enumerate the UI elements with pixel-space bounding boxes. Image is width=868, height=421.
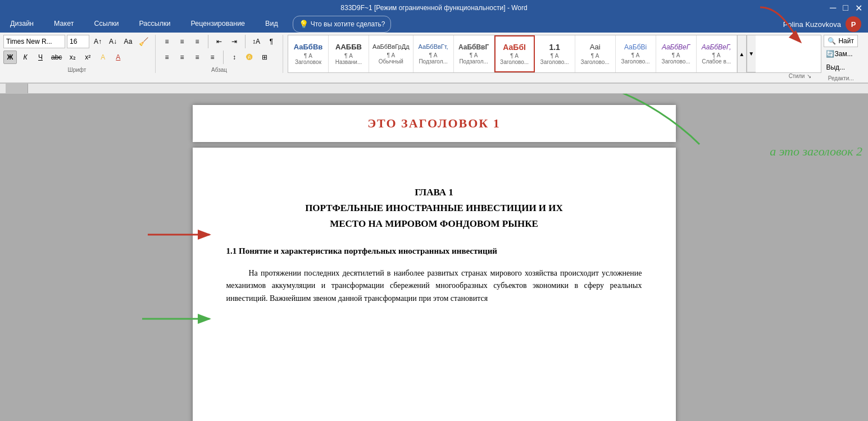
align-center-btn[interactable]: ≡ [175, 51, 189, 64]
heading2-annotation: а это заголовок 2 [770, 144, 862, 159]
font-group: A↑ A↓ Аа 🧹 Ж К Ч abc x₂ x² A A Шрифт [3, 35, 156, 73]
para-row1: ≡ ≡ ≡ ⇤ ⇥ ↕A ¶ [160, 35, 278, 48]
clear-format-btn[interactable]: 🧹 [137, 35, 151, 48]
ribbon: A↑ A↓ Аа 🧹 Ж К Ч abc x₂ x² A A Шрифт ≡ ≡ [0, 33, 868, 84]
shading-btn[interactable]: 🅐 [243, 51, 256, 64]
main-page[interactable]: ГЛАВА 1 ПОРТФЕЛЬНЫЕ ИНОСТРАННЫЕ ИНВЕСТИЦ… [193, 148, 676, 421]
styles-label: Стили [789, 73, 805, 79]
tab-maket[interactable]: Макет [44, 16, 84, 33]
font-row2: Ж К Ч abc x₂ x² A A [3, 51, 125, 64]
subscript-btn[interactable]: x₂ [66, 51, 79, 64]
red-arrow-container [142, 223, 215, 246]
style-aai[interactable]: Ааі ¶ А Заголово... [575, 35, 616, 72]
styles-section: АаБбВв ¶ А Заголовок ААББВ ¶ А Названи..… [288, 35, 821, 79]
edit-row2: 🔄 Зам... [824, 47, 855, 61]
change-case-btn[interactable]: Аа [121, 35, 135, 48]
font-size[interactable] [67, 35, 89, 48]
tab-dizain[interactable]: Дизайн [0, 16, 44, 33]
styles-label-row: Стили ↘ [288, 73, 821, 79]
sep3 [223, 51, 224, 64]
grow-font-btn[interactable]: A↑ [91, 35, 104, 48]
bullets-btn[interactable]: ≡ [160, 35, 174, 48]
style-nazvanie[interactable]: ААББВ ¶ А Названи... [329, 35, 369, 72]
ribbon-content: A↑ A↓ Аа 🧹 Ж К Ч abc x₂ x² A A Шрифт ≡ ≡ [0, 33, 868, 81]
numbering-btn[interactable]: ≡ [175, 35, 189, 48]
styles-expand-icon[interactable]: ↘ [807, 73, 811, 79]
ruler: -3 -2 -1 1 2 3 4 5 6 7 8 9 10 11 12 13 1… [0, 84, 868, 94]
style-slaboe[interactable]: АаБбВеГ, ¶ А Слабое в... [697, 35, 737, 72]
title-text: 833D9F~1 [Режим ограниченной функциональ… [340, 4, 527, 12]
body-text: На протяжении последних десятилетий в на… [226, 267, 642, 305]
strikethrough-btn[interactable]: abc [49, 51, 64, 64]
doc-scroll: ЭТО ЗАГОЛОВОК 1 ГЛАВА 1 ПОРТФЕЛЬНЫЕ ИНО [11, 105, 857, 421]
tab-rassylki[interactable]: Рассылки [129, 16, 180, 33]
editing-group: 🔍 Найт 🔄 Зам... Выд... Редакти... [824, 35, 862, 73]
red-arrow-annotation [749, 2, 816, 47]
heading1-text: ЭТО ЗАГОЛОВОК 1 [226, 116, 642, 131]
section-heading-block: 1.1 Понятие и характеристика портфельных… [226, 246, 642, 256]
font-color-btn[interactable]: A [111, 51, 125, 64]
dec-indent-btn[interactable]: ⇤ [212, 35, 226, 48]
green-ribbon-arrow [598, 94, 711, 150]
edit-row1: 🔍 Найт [824, 35, 858, 47]
style-abvbeg[interactable]: АаБбВеГ ¶ А Заголово... [656, 35, 697, 72]
sep2 [245, 35, 246, 48]
close-btn[interactable]: ✕ [855, 3, 862, 13]
search-box[interactable]: 🔍 Найт [824, 35, 858, 47]
tab-recenz[interactable]: Рецензирование [181, 16, 256, 33]
tab-vid[interactable]: Вид [255, 16, 288, 33]
font-selector[interactable] [3, 35, 65, 48]
editing-label: Редакти... [828, 75, 854, 81]
underline-btn[interactable]: Ч [34, 51, 47, 64]
minimize-btn[interactable]: ─ [830, 3, 836, 13]
align-left-btn[interactable]: ≡ [160, 51, 174, 64]
font-group-label: Шрифт [68, 67, 87, 73]
style-podzag2[interactable]: АаБбВвГ ¶ А Подзагол... [454, 35, 494, 72]
menu-bar: Дизайн Макет Ссылки Рассылки Рецензирова… [0, 16, 868, 33]
style-heading1-active[interactable]: АаБбІ ¶ А Заголово... [494, 35, 535, 72]
shrink-font-btn[interactable]: A↓ [106, 35, 120, 48]
ruler-margin-left [6, 84, 28, 93]
red-arrow-svg [142, 223, 215, 246]
gallery-scroll-up[interactable]: ▲ [737, 35, 746, 72]
inc-indent-btn[interactable]: ⇥ [228, 35, 241, 48]
para-group-label: Абзац [211, 67, 227, 73]
chapter-title-1: ГЛАВА 1 ПОРТФЕЛЬНЫЕ ИНОСТРАННЫЕ ИНВЕСТИЦ… [226, 187, 642, 230]
paragraph-group: ≡ ≡ ≡ ⇤ ⇥ ↕A ¶ ≡ ≡ ≡ ≡ ↕ 🅐 ⊞ Абзац [160, 35, 283, 73]
replace-icon: 🔄 [826, 50, 834, 58]
what-to-do[interactable]: 💡 Что вы хотите сделать? [293, 16, 392, 33]
para-row2: ≡ ≡ ≡ ≡ ↕ 🅐 ⊞ [160, 51, 271, 64]
borders-btn[interactable]: ⊞ [258, 51, 271, 64]
align-justify-btn[interactable]: ≡ [206, 51, 219, 64]
italic-btn[interactable]: К [19, 51, 32, 64]
sep1 [208, 35, 208, 48]
style-abvbi[interactable]: АаБбВі ¶ А Заголово... [616, 35, 656, 72]
style-h11[interactable]: 1.1 ¶ А Заголово... [535, 35, 575, 72]
font-row1: A↑ A↓ Аа 🧹 [3, 35, 151, 48]
tab-ssylki[interactable]: Ссылки [84, 16, 129, 33]
style-podzag1[interactable]: АаБбВвГт, ¶ А Подзагол... [413, 35, 454, 72]
style-obychny[interactable]: АаБбВвГрДд ¶ А Обычный [369, 35, 413, 72]
find-label: Найт [838, 37, 854, 45]
select-btn[interactable]: Выд... [824, 61, 847, 74]
superscript-btn[interactable]: x² [81, 51, 94, 64]
replace-btn[interactable]: 🔄 Зам... [824, 47, 855, 61]
avatar: P [846, 16, 861, 32]
document-area: ЭТО ЗАГОЛОВОК 1 ГЛАВА 1 ПОРТФЕЛЬНЫЕ ИНО [0, 94, 868, 421]
showhide-btn[interactable]: ¶ [265, 35, 278, 48]
style-zagolovok[interactable]: АаБбВв ¶ А Заголовок [288, 35, 329, 72]
multilevel-btn[interactable]: ≡ [190, 35, 204, 48]
menu-tabs: Дизайн Макет Ссылки Рассылки Рецензирова… [0, 16, 776, 33]
search-icon: 🔍 [828, 37, 836, 45]
sort-btn[interactable]: ↕A [249, 35, 263, 48]
bold-btn[interactable]: Ж [3, 51, 17, 64]
green-arrow-svg [137, 308, 215, 330]
styles-gallery: АаБбВв ¶ А Заголовок ААББВ ¶ А Названи..… [288, 35, 821, 73]
title-bar: 833D9F~1 [Режим ограниченной функциональ… [0, 0, 868, 16]
edit-row3: Выд... [824, 61, 847, 74]
align-right-btn[interactable]: ≡ [190, 51, 204, 64]
line-spacing-btn[interactable]: ↕ [228, 51, 241, 64]
highlight-btn[interactable]: A [96, 51, 110, 64]
maximize-btn[interactable]: □ [843, 3, 848, 13]
green-arrow-container [137, 308, 215, 330]
